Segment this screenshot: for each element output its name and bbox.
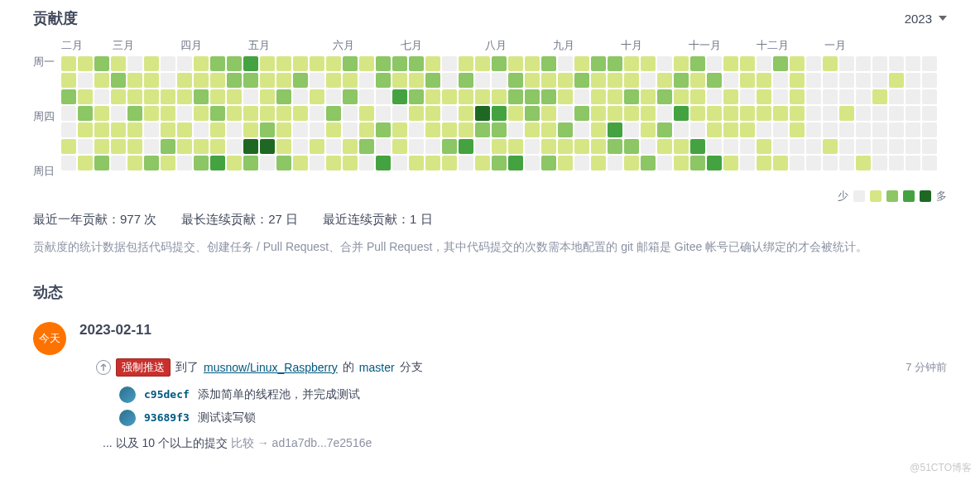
contribution-cell[interactable] (243, 156, 258, 170)
contribution-cell[interactable] (111, 156, 126, 170)
contribution-cell[interactable] (61, 122, 76, 137)
contribution-cell[interactable] (541, 89, 556, 104)
contribution-cell[interactable] (856, 73, 871, 88)
contribution-cell[interactable] (558, 156, 573, 170)
contribution-cell[interactable] (61, 156, 76, 170)
contribution-cell[interactable] (641, 56, 656, 71)
contribution-cell[interactable] (492, 139, 507, 154)
contribution-cell[interactable] (359, 73, 374, 88)
contribution-cell[interactable] (392, 106, 407, 121)
repo-link[interactable]: musnow/Linux_Raspberry (204, 361, 338, 374)
contribution-cell[interactable] (359, 56, 374, 71)
contribution-cell[interactable] (492, 106, 507, 121)
contribution-cell[interactable] (260, 139, 275, 154)
contribution-cell[interactable] (459, 56, 473, 71)
contribution-cell[interactable] (856, 106, 871, 121)
contribution-cell[interactable] (922, 89, 937, 104)
contribution-cell[interactable] (243, 122, 258, 137)
contribution-cell[interactable] (276, 122, 291, 137)
contribution-cell[interactable] (359, 139, 374, 154)
contribution-cell[interactable] (343, 106, 358, 121)
contribution-cell[interactable] (392, 139, 407, 154)
contribution-cell[interactable] (111, 122, 126, 137)
contribution-cell[interactable] (906, 156, 920, 170)
contribution-cell[interactable] (525, 73, 540, 88)
contribution-cell[interactable] (227, 122, 242, 137)
contribution-cell[interactable] (276, 56, 291, 71)
contribution-cell[interactable] (392, 73, 407, 88)
contribution-cell[interactable] (210, 122, 225, 137)
contribution-cell[interactable] (889, 106, 904, 121)
contribution-cell[interactable] (78, 156, 93, 170)
contribution-cell[interactable] (591, 139, 606, 154)
contribution-cell[interactable] (210, 56, 225, 71)
contribution-cell[interactable] (260, 106, 275, 121)
contribution-cell[interactable] (690, 139, 705, 154)
contribution-cell[interactable] (823, 139, 838, 154)
contribution-cell[interactable] (94, 156, 109, 170)
contribution-cell[interactable] (608, 139, 622, 154)
contribution-cell[interactable] (194, 56, 209, 71)
contribution-cell[interactable] (591, 106, 606, 121)
contribution-cell[interactable] (574, 106, 589, 121)
contribution-cell[interactable] (409, 89, 424, 104)
contribution-cell[interactable] (541, 73, 556, 88)
contribution-cell[interactable] (425, 156, 440, 170)
contribution-cell[interactable] (508, 122, 523, 137)
contribution-cell[interactable] (78, 73, 93, 88)
contribution-cell[interactable] (723, 56, 738, 71)
contribution-cell[interactable] (757, 156, 771, 170)
contribution-cell[interactable] (624, 106, 639, 121)
contribution-cell[interactable] (740, 139, 755, 154)
contribution-cell[interactable] (723, 156, 738, 170)
contribution-cell[interactable] (310, 56, 324, 71)
contribution-cell[interactable] (425, 56, 440, 71)
contribution-cell[interactable] (94, 106, 109, 121)
contribution-cell[interactable] (376, 156, 391, 170)
contribution-cell[interactable] (574, 73, 589, 88)
contribution-cell[interactable] (690, 122, 705, 137)
contribution-cell[interactable] (111, 73, 126, 88)
contribution-cell[interactable] (177, 139, 192, 154)
contribution-cell[interactable] (674, 106, 689, 121)
contribution-cell[interactable] (227, 89, 242, 104)
contribution-cell[interactable] (442, 106, 457, 121)
avatar[interactable] (119, 386, 136, 403)
contribution-cell[interactable] (111, 139, 126, 154)
contribution-cell[interactable] (227, 139, 242, 154)
contribution-cell[interactable] (177, 106, 192, 121)
contribution-cell[interactable] (657, 156, 672, 170)
contribution-cell[interactable] (144, 56, 159, 71)
contribution-cell[interactable] (194, 122, 209, 137)
contribution-cell[interactable] (442, 89, 457, 104)
contribution-cell[interactable] (591, 73, 606, 88)
contribution-cell[interactable] (194, 156, 209, 170)
contribution-cell[interactable] (310, 156, 324, 170)
contribution-cell[interactable] (558, 73, 573, 88)
contribution-cell[interactable] (243, 89, 258, 104)
contribution-cell[interactable] (574, 56, 589, 71)
contribution-cell[interactable] (574, 139, 589, 154)
contribution-cell[interactable] (790, 156, 805, 170)
contribution-cell[interactable] (61, 73, 76, 88)
contribution-cell[interactable] (773, 73, 788, 88)
contribution-cell[interactable] (906, 73, 920, 88)
contribution-cell[interactable] (773, 106, 788, 121)
contribution-cell[interactable] (127, 122, 142, 137)
contribution-cell[interactable] (425, 73, 440, 88)
contribution-cell[interactable] (161, 139, 175, 154)
contribution-cell[interactable] (558, 122, 573, 137)
contribution-cell[interactable] (624, 73, 639, 88)
contribution-cell[interactable] (723, 73, 738, 88)
contribution-cell[interactable] (276, 106, 291, 121)
contribution-cell[interactable] (740, 156, 755, 170)
contribution-cell[interactable] (210, 89, 225, 104)
contribution-cell[interactable] (194, 139, 209, 154)
contribution-cell[interactable] (906, 139, 920, 154)
contribution-cell[interactable] (823, 106, 838, 121)
contribution-cell[interactable] (922, 122, 937, 137)
contribution-cell[interactable] (508, 73, 523, 88)
contribution-cell[interactable] (657, 122, 672, 137)
contribution-cell[interactable] (707, 56, 722, 71)
contribution-cell[interactable] (326, 73, 341, 88)
